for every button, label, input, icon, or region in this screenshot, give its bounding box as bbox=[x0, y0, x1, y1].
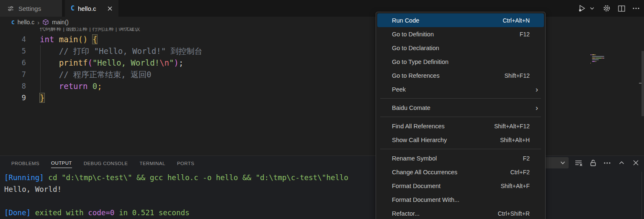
output-line: [Running] cd "d:\tmp\c-test\" && gcc hel… bbox=[4, 172, 644, 183]
indent-guide bbox=[40, 45, 41, 92]
menu-separator bbox=[380, 98, 541, 99]
submenu-arrow-icon: › bbox=[536, 86, 538, 93]
menu-item-label: Format Document With... bbox=[392, 196, 539, 203]
menu-item-label: Format Document bbox=[392, 183, 501, 189]
more-actions-icon[interactable] bbox=[631, 4, 641, 13]
line-number[interactable]: 4 bbox=[0, 33, 26, 45]
breadcrumb-separator: › bbox=[37, 19, 39, 26]
code-line-8[interactable]: 8 return 0; bbox=[0, 80, 644, 92]
line-number[interactable]: 7 bbox=[0, 69, 26, 80]
tab-settings[interactable]: Settings bbox=[0, 0, 62, 17]
code-text[interactable]: int main() { bbox=[40, 33, 97, 45]
tab-label: hello.c bbox=[78, 5, 96, 12]
menu-item-label: Rename Symbol bbox=[392, 155, 523, 162]
menu-item-shortcut: Ctrl+Shift+R bbox=[498, 210, 539, 217]
menu-item-show-call-hierarchy[interactable]: Show Call HierarchyShift+Alt+H bbox=[377, 133, 544, 147]
menu-item-shortcut: F2 bbox=[523, 155, 539, 162]
code-line-9[interactable]: 9} bbox=[0, 92, 644, 104]
gear-icon[interactable] bbox=[602, 4, 611, 13]
line-number[interactable]: 5 bbox=[0, 45, 26, 57]
menu-item-label: Baidu Comate bbox=[392, 104, 539, 111]
menu-item-go-to-declaration[interactable]: Go to Declaration bbox=[377, 41, 544, 55]
editor-scrollbar-thumb[interactable] bbox=[641, 51, 644, 116]
menu-item-label: Go to Definition bbox=[392, 31, 520, 38]
panel-tab-problems[interactable]: PROBLEMS bbox=[11, 158, 39, 168]
editor-actions bbox=[577, 0, 641, 17]
code-text[interactable]: // 程序正常结束, 返回0 bbox=[40, 69, 151, 80]
menu-item-format-document[interactable]: Format DocumentShift+Alt+F bbox=[377, 179, 544, 193]
code-text[interactable]: return 0; bbox=[40, 80, 102, 92]
close-panel-icon[interactable] bbox=[631, 159, 640, 167]
close-tab-icon[interactable] bbox=[105, 4, 114, 13]
editor-tab-bar: Settings C hello.c bbox=[0, 0, 644, 17]
code-line-4[interactable]: 4int main() { bbox=[0, 33, 644, 45]
code-line-7[interactable]: 7 // 程序正常结束, 返回0 bbox=[0, 69, 644, 80]
menu-item-run-code[interactable]: Run CodeCtrl+Alt+N bbox=[377, 13, 544, 27]
c-file-icon: C bbox=[71, 5, 75, 12]
output-console: [Running] cd "d:\tmp\c-test\" && gcc hel… bbox=[0, 170, 644, 219]
code-text[interactable]: // 打印 "Hello, World!" 到控制台 bbox=[40, 45, 203, 57]
minimap-line bbox=[590, 61, 613, 62]
run-or-debug-icon[interactable] bbox=[577, 4, 587, 13]
panel-tab-terminal[interactable]: TERMINAL bbox=[139, 158, 165, 168]
maximize-panel-icon[interactable] bbox=[617, 159, 626, 167]
breadcrumb-file[interactable]: hello.c bbox=[18, 19, 34, 25]
minimap-line bbox=[590, 58, 613, 59]
code-text[interactable]: } bbox=[40, 92, 44, 104]
panel-tab-output[interactable]: OUTPUT bbox=[51, 158, 72, 168]
chevron-down-icon[interactable] bbox=[587, 4, 597, 13]
menu-item-go-to-type-definition[interactable]: Go to Type Definition bbox=[377, 55, 544, 69]
code-editor[interactable]: 代码解释 | 函数注释 | 行间注释 | 调优建议 4int main() {5… bbox=[0, 28, 644, 155]
menu-item-baidu-comate[interactable]: Baidu Comate› bbox=[377, 101, 544, 115]
line-number[interactable]: 9 bbox=[0, 92, 26, 104]
menu-item-label: Go to Declaration bbox=[392, 45, 539, 51]
menu-item-shortcut: Ctrl+F2 bbox=[510, 169, 539, 176]
line-number[interactable]: 6 bbox=[0, 57, 26, 69]
menu-item-go-to-definition[interactable]: Go to DefinitionF12 bbox=[377, 27, 544, 41]
line-number[interactable]: 8 bbox=[0, 80, 26, 92]
menu-item-label: Refactor... bbox=[392, 210, 498, 217]
split-editor-icon[interactable] bbox=[617, 4, 626, 13]
minimap-line bbox=[590, 54, 613, 55]
output-line: [Done] exited with code=0 in 0.521 secon… bbox=[4, 207, 644, 219]
menu-item-shortcut: F12 bbox=[520, 31, 539, 38]
codelens[interactable]: 代码解释 | 函数注释 | 行间注释 | 调优建议 bbox=[40, 28, 644, 33]
menu-item-refactor[interactable]: Refactor...Ctrl+Shift+R bbox=[377, 206, 544, 219]
tab-hello-c[interactable]: C hello.c bbox=[65, 0, 118, 17]
code-line-6[interactable]: 6 printf("Hello, World!\n"); bbox=[0, 57, 644, 69]
panel-tab-ports[interactable]: PORTS bbox=[177, 158, 194, 168]
menu-item-label: Show Call Hierarchy bbox=[392, 137, 500, 143]
output-line: Hello, World! bbox=[4, 183, 644, 195]
menu-item-change-all-occurrences[interactable]: Change All OccurrencesCtrl+F2 bbox=[377, 165, 544, 179]
menu-item-find-all-references[interactable]: Find All ReferencesShift+Alt+F12 bbox=[377, 119, 544, 133]
menu-item-label: Run Code bbox=[392, 17, 502, 24]
menu-item-label: Find All References bbox=[392, 123, 494, 130]
code-text[interactable]: printf("Hello, World!\n"); bbox=[40, 57, 183, 69]
menu-item-label: Peek bbox=[392, 86, 539, 93]
symbol-method-cube-icon bbox=[42, 19, 49, 25]
unlock-icon[interactable] bbox=[589, 159, 597, 167]
minimap-line bbox=[590, 59, 613, 60]
bottom-panel: PROBLEMSOUTPUTDEBUG CONSOLETERMINALPORTS… bbox=[0, 155, 644, 219]
menu-item-label: Change All Occurrences bbox=[392, 169, 510, 176]
menu-item-label: Go to References bbox=[392, 72, 505, 79]
more-actions-icon[interactable] bbox=[603, 159, 611, 167]
panel-tab-debug-console[interactable]: DEBUG CONSOLE bbox=[84, 158, 128, 168]
vscode-window: Settings C hello.c bbox=[0, 0, 644, 219]
minimap-line bbox=[590, 56, 613, 57]
menu-separator bbox=[380, 149, 541, 149]
menu-item-shortcut: Shift+F12 bbox=[505, 72, 539, 79]
menu-item-rename-symbol[interactable]: Rename SymbolF2 bbox=[377, 151, 544, 165]
editor-context-menu: Run CodeCtrl+Alt+NGo to DefinitionF12Go … bbox=[376, 12, 546, 219]
breadcrumb-symbol[interactable]: main() bbox=[52, 19, 69, 25]
menu-item-peek[interactable]: Peek› bbox=[377, 82, 544, 96]
clear-output-icon[interactable] bbox=[574, 159, 583, 167]
menu-item-format-document-with[interactable]: Format Document With... bbox=[377, 193, 544, 206]
minimap[interactable] bbox=[590, 54, 613, 64]
menu-item-shortcut: Shift+Alt+H bbox=[500, 137, 539, 143]
breadcrumb: C hello.c › main() bbox=[0, 17, 644, 28]
code-lines: 4int main() {5 // 打印 "Hello, World!" 到控制… bbox=[0, 33, 644, 104]
menu-item-go-to-references[interactable]: Go to ReferencesShift+F12 bbox=[377, 69, 544, 82]
code-line-5[interactable]: 5 // 打印 "Hello, World!" 到控制台 bbox=[0, 45, 644, 57]
overview-ruler-mark bbox=[639, 83, 641, 84]
